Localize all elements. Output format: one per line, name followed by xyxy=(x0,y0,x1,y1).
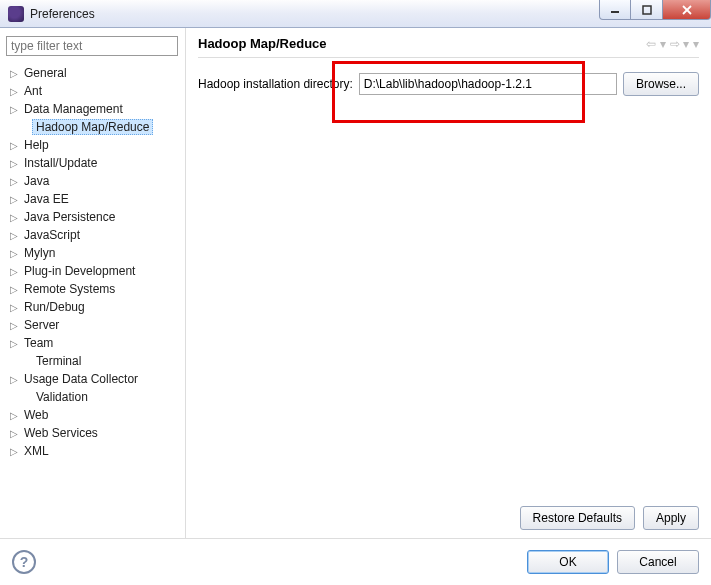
expand-arrow-icon[interactable]: ▷ xyxy=(8,104,20,115)
cancel-button[interactable]: Cancel xyxy=(617,550,699,574)
tree-item-hadoop-map-reduce[interactable]: Hadoop Map/Reduce xyxy=(4,118,181,136)
tree-item-label: Java Persistence xyxy=(20,210,119,224)
close-button[interactable] xyxy=(663,0,711,20)
expand-arrow-icon[interactable]: ▷ xyxy=(8,266,20,277)
tree-item-remote-systems[interactable]: ▷Remote Systems xyxy=(4,280,181,298)
window-title: Preferences xyxy=(30,7,599,21)
tree-item-plug-in-development[interactable]: ▷Plug-in Development xyxy=(4,262,181,280)
tree-item-label: Validation xyxy=(32,390,92,404)
tree-item-label: Hadoop Map/Reduce xyxy=(32,119,153,135)
tree-item-label: Team xyxy=(20,336,57,350)
minimize-button[interactable] xyxy=(599,0,631,20)
tree-item-label: XML xyxy=(20,444,53,458)
tree-item-install-update[interactable]: ▷Install/Update xyxy=(4,154,181,172)
tree-item-javascript[interactable]: ▷JavaScript xyxy=(4,226,181,244)
tree-item-label: Run/Debug xyxy=(20,300,89,314)
tree-item-java-persistence[interactable]: ▷Java Persistence xyxy=(4,208,181,226)
tree-item-data-management[interactable]: ▷Data Management xyxy=(4,100,181,118)
maximize-button[interactable] xyxy=(631,0,663,20)
tree-item-label: Ant xyxy=(20,84,46,98)
tree-item-usage-data-collector[interactable]: ▷Usage Data Collector xyxy=(4,370,181,388)
main-panel: Hadoop Map/Reduce ⇦ ▾ ⇨ ▾ ▾ Hadoop insta… xyxy=(186,28,711,538)
expand-arrow-icon[interactable]: ▷ xyxy=(8,140,20,151)
tree-item-help[interactable]: ▷Help xyxy=(4,136,181,154)
help-icon[interactable]: ? xyxy=(12,550,36,574)
window-controls xyxy=(599,0,711,27)
expand-arrow-icon[interactable]: ▷ xyxy=(8,68,20,79)
expand-arrow-icon[interactable]: ▷ xyxy=(8,302,20,313)
tree-item-label: Data Management xyxy=(20,102,127,116)
browse-button[interactable]: Browse... xyxy=(623,72,699,96)
tree-item-general[interactable]: ▷General xyxy=(4,64,181,82)
tree-item-validation[interactable]: Validation xyxy=(4,388,181,406)
expand-arrow-icon[interactable]: ▷ xyxy=(8,374,20,385)
tree-item-java-ee[interactable]: ▷Java EE xyxy=(4,190,181,208)
tree-item-web[interactable]: ▷Web xyxy=(4,406,181,424)
sidebar: ▷General▷Ant▷Data ManagementHadoop Map/R… xyxy=(0,28,186,538)
tree-item-ant[interactable]: ▷Ant xyxy=(4,82,181,100)
install-dir-row: Hadoop installation directory: Browse... xyxy=(198,72,699,96)
tree-item-java[interactable]: ▷Java xyxy=(4,172,181,190)
install-dir-input[interactable] xyxy=(359,73,617,95)
expand-arrow-icon[interactable]: ▷ xyxy=(8,230,20,241)
tree-item-label: Terminal xyxy=(32,354,85,368)
tree-item-label: Usage Data Collector xyxy=(20,372,142,386)
expand-arrow-icon[interactable]: ▷ xyxy=(8,284,20,295)
expand-arrow-icon[interactable]: ▷ xyxy=(8,446,20,457)
tree-item-label: JavaScript xyxy=(20,228,84,242)
forward-icon[interactable]: ⇨ ▾ xyxy=(670,37,689,51)
expand-arrow-icon[interactable]: ▷ xyxy=(8,428,20,439)
expand-arrow-icon[interactable]: ▷ xyxy=(8,86,20,97)
page-heading: Hadoop Map/Reduce xyxy=(198,36,646,51)
tree-item-label: Java EE xyxy=(20,192,73,206)
tree-item-label: Help xyxy=(20,138,53,152)
app-icon xyxy=(8,6,24,22)
expand-arrow-icon[interactable]: ▷ xyxy=(8,158,20,169)
tree-item-label: Install/Update xyxy=(20,156,101,170)
tree-item-run-debug[interactable]: ▷Run/Debug xyxy=(4,298,181,316)
tree-item-label: Mylyn xyxy=(20,246,59,260)
back-icon[interactable]: ⇦ ▾ xyxy=(646,37,665,51)
tree-item-label: Server xyxy=(20,318,63,332)
expand-arrow-icon[interactable]: ▷ xyxy=(8,194,20,205)
tree-item-mylyn[interactable]: ▷Mylyn xyxy=(4,244,181,262)
filter-input[interactable] xyxy=(6,36,178,56)
tree-item-label: Web xyxy=(20,408,52,422)
expand-arrow-icon[interactable]: ▷ xyxy=(8,248,20,259)
tree-item-label: Plug-in Development xyxy=(20,264,139,278)
tree-item-label: General xyxy=(20,66,71,80)
svg-rect-1 xyxy=(643,6,651,14)
titlebar: Preferences xyxy=(0,0,711,28)
restore-defaults-button[interactable]: Restore Defaults xyxy=(520,506,635,530)
expand-arrow-icon[interactable]: ▷ xyxy=(8,176,20,187)
expand-arrow-icon[interactable]: ▷ xyxy=(8,212,20,223)
expand-arrow-icon[interactable]: ▷ xyxy=(8,410,20,421)
menu-icon[interactable]: ▾ xyxy=(693,37,699,51)
tree-item-label: Web Services xyxy=(20,426,102,440)
tree-item-label: Remote Systems xyxy=(20,282,119,296)
bottombar: ? OK Cancel xyxy=(0,538,711,584)
expand-arrow-icon[interactable]: ▷ xyxy=(8,338,20,349)
expand-arrow-icon[interactable]: ▷ xyxy=(8,320,20,331)
tree-item-server[interactable]: ▷Server xyxy=(4,316,181,334)
tree-item-xml[interactable]: ▷XML xyxy=(4,442,181,460)
tree-item-web-services[interactable]: ▷Web Services xyxy=(4,424,181,442)
preferences-tree: ▷General▷Ant▷Data ManagementHadoop Map/R… xyxy=(4,64,181,532)
tree-item-label: Java xyxy=(20,174,53,188)
install-dir-label: Hadoop installation directory: xyxy=(198,77,353,91)
apply-button[interactable]: Apply xyxy=(643,506,699,530)
ok-button[interactable]: OK xyxy=(527,550,609,574)
nav-icons: ⇦ ▾ ⇨ ▾ ▾ xyxy=(646,37,699,51)
tree-item-terminal[interactable]: Terminal xyxy=(4,352,181,370)
tree-item-team[interactable]: ▷Team xyxy=(4,334,181,352)
